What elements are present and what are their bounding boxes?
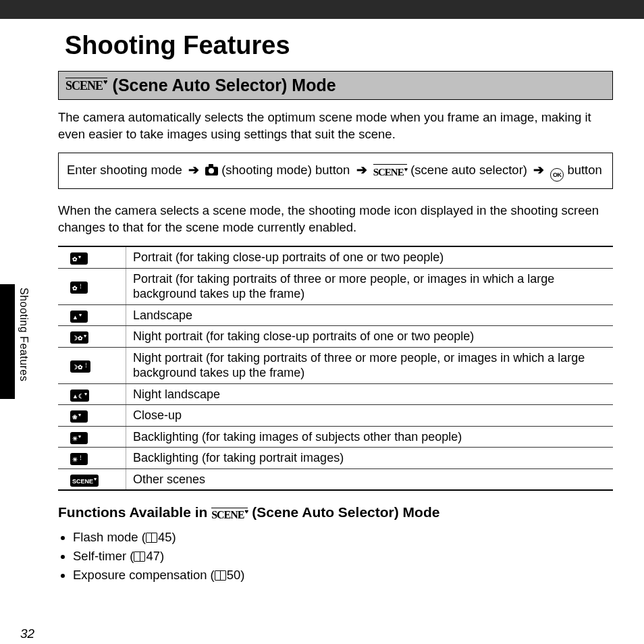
- scene-description: Backlighting (for taking images of subje…: [126, 426, 614, 448]
- scene-description: Night portrait (for taking close-up port…: [126, 326, 614, 348]
- table-row: ☀⋮Backlighting (for taking portrait imag…: [58, 448, 613, 469]
- portrait-1-icon: ✿♥: [58, 246, 126, 268]
- backlighting-2-icon: ☀⋮: [58, 448, 126, 469]
- page-reference-icon: [146, 533, 157, 543]
- scene-description: Close-up: [126, 405, 614, 427]
- table-row: ✿⋮Portrait (for taking portraits of thre…: [58, 268, 613, 304]
- list-item: Self-timer (47): [73, 547, 613, 566]
- functions-list: Flash mode (45)Self-timer (47)Exposure c…: [73, 528, 613, 584]
- function-label: Exposure compensation (: [73, 568, 215, 582]
- function-label: Flash mode (: [73, 530, 146, 544]
- page-number: 32: [20, 626, 34, 641]
- nav-step-4: button: [567, 163, 601, 177]
- arrow-icon: ➔: [356, 163, 367, 177]
- table-row: ✿♥Portrait (for taking close-up portrait…: [58, 246, 613, 268]
- page-ref-number: 45): [158, 530, 176, 544]
- page-ref-number: 50): [227, 568, 245, 582]
- subheading-prefix: Functions Available in: [58, 504, 207, 520]
- scene-description: Night landscape: [126, 383, 614, 405]
- top-black-bar: [0, 0, 644, 19]
- section-heading: SCENE♥ (Scene Auto Selector) Mode: [58, 71, 613, 100]
- page-ref-number: 47): [146, 549, 164, 563]
- page-reference-icon: [134, 552, 145, 562]
- other-scenes-icon: SCENE♥: [58, 468, 126, 490]
- arrow-icon: ➔: [188, 163, 199, 177]
- chapter-title: Shooting Features: [65, 31, 613, 60]
- scene-description: Portrait (for taking close-up portraits …: [126, 246, 614, 268]
- scene-description: Night portrait (for taking portraits of …: [126, 347, 614, 383]
- scene-auto-icon: SCENE♥: [211, 508, 248, 521]
- side-tab-marker: [0, 284, 15, 399]
- list-item: Exposure compensation (50): [73, 566, 613, 585]
- function-label: Self-timer (: [73, 549, 134, 563]
- nav-step-2: (shooting mode) button: [221, 163, 350, 177]
- scene-auto-icon: SCENE♥: [373, 164, 407, 180]
- arrow-icon: ➔: [533, 163, 544, 177]
- night-portrait-1-icon: ☽✿♥: [58, 326, 126, 348]
- table-row: ▲☾♥Night landscape: [58, 383, 613, 405]
- scene-description: Other scenes: [126, 468, 614, 490]
- scene-auto-icon: SCENE♥: [65, 78, 107, 93]
- table-row: SCENE♥Other scenes: [58, 468, 613, 490]
- navigation-steps-box: Enter shooting mode ➔ (shooting mode) bu…: [58, 153, 613, 189]
- portrait-2-icon: ✿⋮: [58, 268, 126, 304]
- page-body: Shooting Features Shooting Features SCEN…: [0, 31, 644, 644]
- night-landscape-icon: ▲☾♥: [58, 383, 126, 405]
- table-row: ☽✿♥Night portrait (for taking close-up p…: [58, 326, 613, 348]
- scene-mode-table: ✿♥Portrait (for taking close-up portrait…: [58, 246, 613, 491]
- side-section-label: Shooting Features: [18, 288, 30, 381]
- landscape-icon: ▲♥: [58, 304, 126, 326]
- table-row: ☀♥Backlighting (for taking images of sub…: [58, 426, 613, 448]
- table-row: ▲♥Landscape: [58, 304, 613, 326]
- scene-description: Backlighting (for taking portrait images…: [126, 448, 614, 469]
- after-nav-text: When the camera selects a scene mode, th…: [58, 203, 613, 236]
- section-intro: The camera automatically selects the opt…: [58, 109, 613, 143]
- close-up-icon: ❀♥: [58, 405, 126, 427]
- backlighting-1-icon: ☀♥: [58, 426, 126, 448]
- list-item: Flash mode (45): [73, 528, 613, 547]
- camera-icon: [205, 167, 218, 176]
- subheading-suffix: (Scene Auto Selector) Mode: [252, 504, 439, 520]
- functions-subheading: Functions Available in SCENE♥ (Scene Aut…: [58, 504, 613, 521]
- night-portrait-2-icon: ☽✿⋮: [58, 347, 126, 383]
- table-row: ☽✿⋮Night portrait (for taking portraits …: [58, 347, 613, 383]
- ok-button-icon: OK: [550, 168, 564, 182]
- scene-description: Landscape: [126, 304, 614, 326]
- nav-step-3: (scene auto selector): [410, 163, 527, 177]
- scene-description: Portrait (for taking portraits of three …: [126, 268, 614, 304]
- nav-step-1: Enter shooting mode: [67, 163, 182, 177]
- page-reference-icon: [215, 570, 226, 581]
- section-heading-text: (Scene Auto Selector) Mode: [113, 76, 336, 95]
- table-row: ❀♥Close-up: [58, 405, 613, 427]
